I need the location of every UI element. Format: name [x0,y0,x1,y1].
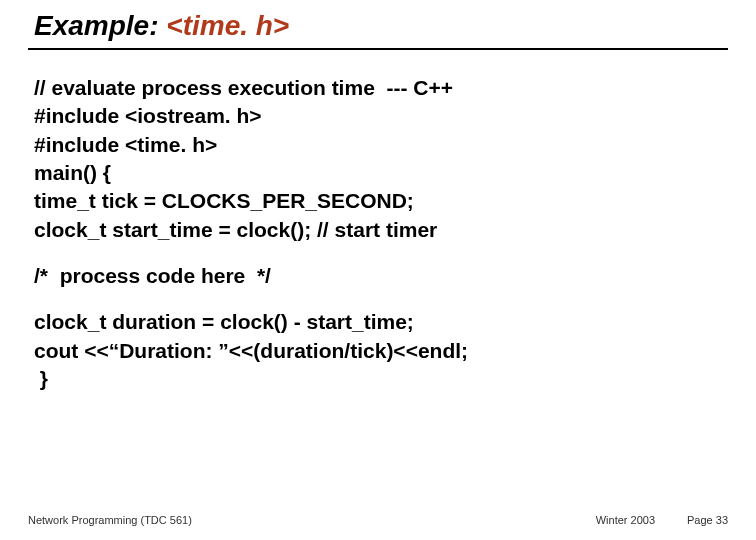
slide-footer: Network Programming (TDC 561) Winter 200… [28,514,728,526]
footer-course: Network Programming (TDC 561) [28,514,192,526]
slide-title: Example: <time. h> [28,10,728,42]
footer-page: Page 33 [687,514,728,526]
code-block-3: clock_t duration = clock() - start_time;… [34,308,728,393]
title-prefix: Example: [34,10,166,41]
slide: Example: <time. h> // evaluate process e… [0,0,756,540]
code-block-2: /* process code here */ [34,262,728,290]
slide-content: // evaluate process execution time --- C… [28,74,728,393]
title-accent: <time. h> [166,10,289,41]
footer-right-group: Winter 2003 Page 33 [596,514,728,526]
footer-term: Winter 2003 [596,514,655,526]
code-block-1: // evaluate process execution time --- C… [34,74,728,244]
title-divider [28,48,728,50]
